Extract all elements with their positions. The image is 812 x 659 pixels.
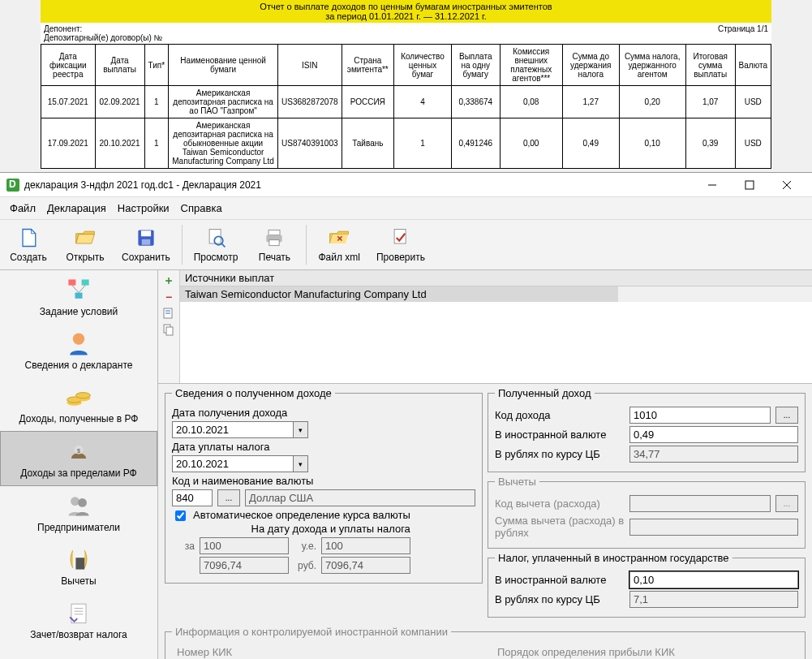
- svg-point-23: [75, 393, 90, 398]
- report-cell: 15.07.2021: [41, 86, 96, 118]
- received-income-fieldset: Полученный доход Код дохода 1010 ... В и…: [488, 387, 806, 472]
- svg-line-17: [72, 286, 79, 293]
- report-cell: 17.09.2021: [41, 118, 96, 169]
- income-rub-field: 34,77: [629, 446, 798, 463]
- income-code-lookup-button[interactable]: ...: [775, 407, 798, 424]
- deduction-lookup-button[interactable]: ...: [775, 495, 798, 512]
- open-label: Открыть: [66, 252, 104, 263]
- sidebar-item-declarant[interactable]: Сведения о декларанте: [0, 324, 157, 377]
- date-received-dropdown[interactable]: [294, 421, 308, 438]
- menu-help[interactable]: Справка: [181, 202, 222, 214]
- svg-rect-13: [394, 230, 406, 244]
- report-cell: 20.10.2021: [95, 118, 144, 169]
- kik-order-label: Порядок определения прибыли КИК: [497, 646, 793, 658]
- report-cell: 0,49: [562, 118, 619, 169]
- add-source-button[interactable]: ＋: [161, 274, 176, 288]
- report-header-cell: Тип*: [144, 45, 169, 86]
- report-cell: US8740391003: [278, 118, 342, 169]
- report-cell: 0,491246: [451, 118, 500, 169]
- report-header-cell: Дата выплаты: [95, 45, 144, 86]
- deduction-sum-input: [629, 519, 798, 536]
- menu-settings[interactable]: Настройки: [118, 202, 170, 214]
- svg-rect-14: [68, 279, 75, 285]
- report-cell: USD: [735, 118, 771, 169]
- report-header-cell: Сумма до удержания налога: [562, 45, 619, 86]
- svg-line-9: [221, 243, 225, 247]
- create-button[interactable]: Создать: [0, 223, 57, 266]
- rate-date-label: На дату дохода и уплаты налога: [193, 523, 410, 535]
- contract-label: Депозитарный(е) договор(ы) №: [44, 33, 162, 42]
- sidebar-item-income-foreign[interactable]: $ Доходы за пределами РФ: [0, 431, 157, 486]
- report-title-line1: Отчет о выплате доходов по ценным бумага…: [260, 2, 552, 11]
- menu-declaration[interactable]: Декларация: [47, 202, 106, 214]
- remove-source-button[interactable]: −: [161, 290, 176, 304]
- report-cell: 1: [144, 86, 169, 118]
- report-row: 15.07.202102.09.20211Американская депози…: [41, 86, 771, 118]
- sidebar-label: Зачет/возврат налога: [30, 629, 127, 640]
- rate1-field: 100: [200, 537, 289, 554]
- report-cell: 1: [144, 118, 169, 169]
- sidebar-item-deductions[interactable]: Вычеты: [0, 540, 157, 593]
- edit-source-button[interactable]: [161, 306, 176, 321]
- svg-line-18: [79, 286, 85, 293]
- income-code-input[interactable]: 1010: [629, 407, 771, 424]
- minimize-button[interactable]: [694, 173, 731, 197]
- sidebar-label: Вычеты: [61, 575, 96, 587]
- maximize-button[interactable]: [731, 173, 768, 197]
- sidebar-item-income-rf[interactable]: Доходы, полученные в РФ: [0, 377, 157, 431]
- svg-rect-15: [82, 279, 89, 285]
- sidebar-item-conditions[interactable]: Задание условий: [0, 270, 157, 324]
- sidebar-item-offset[interactable]: Зачет/возврат налога: [0, 593, 157, 647]
- report-document: Отчет о выплате доходов по ценным бумага…: [41, 0, 771, 169]
- svg-point-19: [73, 333, 84, 344]
- income-info-fieldset: Сведения о полученном доходе Дата получе…: [165, 387, 483, 584]
- report-cell: 1,27: [562, 86, 619, 118]
- date-tax-label: Дата уплаты налога: [172, 441, 269, 453]
- report-cell: 4: [394, 86, 452, 118]
- copy-source-button[interactable]: [161, 322, 176, 337]
- check-button[interactable]: Проверить: [368, 223, 433, 266]
- check-label: Проверить: [376, 252, 425, 263]
- print-button[interactable]: Печать: [246, 223, 303, 266]
- open-button[interactable]: Открыть: [57, 223, 114, 266]
- toolbar: Создать Открыть Сохранить Просмотр Печат…: [0, 219, 812, 270]
- date-tax-dropdown[interactable]: [294, 455, 308, 472]
- report-header-cell: Количество ценных бумаг: [394, 45, 452, 86]
- ftax-fc-input[interactable]: 0,10: [629, 571, 798, 588]
- sources-header: Источники выплат: [180, 270, 812, 286]
- sidebar-label: Предприниматели: [37, 522, 120, 533]
- currency-lookup-button[interactable]: ...: [217, 489, 240, 506]
- deduction-code-label: Код вычета (расхода): [495, 497, 625, 510]
- report-cell: 02.09.2021: [95, 86, 144, 118]
- date-tax-input[interactable]: 20.10.2021: [172, 455, 294, 472]
- auto-rate-checkbox[interactable]: [175, 510, 186, 521]
- save-button[interactable]: Сохранить: [114, 223, 178, 266]
- sources-empty-area: [180, 302, 812, 383]
- close-button[interactable]: [768, 173, 806, 197]
- income-fc-label: В иностранной валюте: [495, 429, 625, 441]
- report-cell: USD: [735, 86, 771, 118]
- deductions-legend: Вычеты: [495, 476, 539, 488]
- preview-label: Просмотр: [194, 252, 238, 263]
- report-cell: Американская депозитарная расписка на ао…: [169, 86, 278, 118]
- svg-rect-5: [141, 230, 151, 236]
- rate2-field: 100: [321, 537, 410, 554]
- currency-code-input[interactable]: 840: [172, 489, 213, 506]
- xml-button[interactable]: Файл xml: [310, 223, 368, 266]
- report-cell: 0,10: [619, 118, 685, 169]
- date-received-input[interactable]: 20.10.2021: [172, 421, 294, 438]
- ftax-rub-label: В рублях по курсу ЦБ: [495, 593, 625, 605]
- window-title: декларация 3-ндфл 2021 год.dc1 - Деклара…: [24, 179, 694, 191]
- ftax-fc-label: В иностранной валюте: [495, 574, 625, 586]
- menu-file[interactable]: Файл: [10, 202, 36, 214]
- sidebar-item-entrepreneurs[interactable]: Предприниматели: [0, 486, 157, 540]
- save-label: Сохранить: [122, 252, 170, 263]
- income-fc-input[interactable]: 0,49: [629, 426, 798, 443]
- report-cell: 0,20: [619, 86, 685, 118]
- report-cell: 0,00: [500, 118, 562, 169]
- report-cell: Американская депозитарная расписка на об…: [169, 118, 278, 169]
- preview-button[interactable]: Просмотр: [186, 223, 247, 266]
- currency-label: Код и наименование валюты: [172, 475, 313, 487]
- source-item[interactable]: Taiwan Semiconductor Manufacturing Compa…: [180, 286, 618, 302]
- report-title: Отчет о выплате доходов по ценным бумага…: [41, 0, 771, 23]
